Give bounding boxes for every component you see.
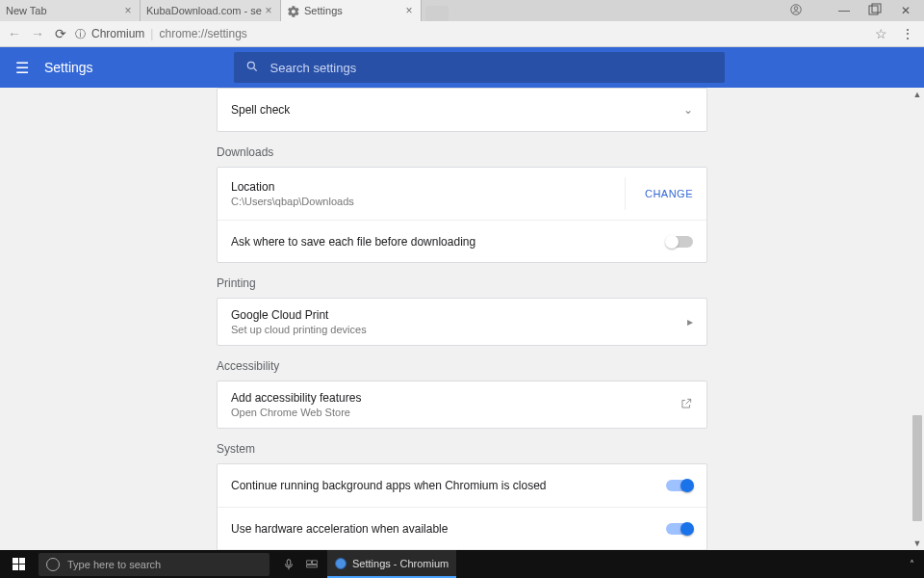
site-info[interactable]: ⓘ Chromium | chrome://settings	[75, 27, 247, 41]
downloads-card: Location C:\Users\qbap\Downloads CHANGE …	[217, 167, 707, 263]
tab-title: Settings	[304, 5, 403, 16]
hardware-accel-toggle[interactable]	[666, 523, 693, 535]
tab-title: KubaDownload.com - se	[146, 5, 263, 16]
system-tray[interactable]: ˄	[900, 550, 924, 578]
kebab-menu-icon[interactable]: ⋮	[901, 26, 914, 41]
section-title-printing: Printing	[217, 276, 707, 290]
cortana-icon	[46, 558, 60, 571]
system-card: Continue running background apps when Ch…	[217, 463, 707, 550]
add-accessibility-label: Add accessibility features	[231, 391, 361, 405]
download-location-row: Location C:\Users\qbap\Downloads CHANGE	[218, 168, 706, 220]
url-text[interactable]: chrome://settings	[159, 27, 246, 40]
scheme-label: Chromium	[91, 27, 144, 40]
tab-kubadownload[interactable]: KubaDownload.com - se ×	[141, 0, 281, 21]
section-title-system: System	[217, 442, 707, 456]
bookmark-star-icon[interactable]: ☆	[875, 26, 887, 41]
close-icon[interactable]: ×	[122, 5, 134, 16]
taskbar-search-placeholder: Type here to search	[67, 559, 161, 570]
svg-rect-8	[313, 560, 318, 564]
settings-search[interactable]	[234, 52, 725, 83]
ask-save-row[interactable]: Ask where to save each file before downl…	[218, 220, 706, 262]
windows-logo-icon	[13, 558, 25, 570]
vertical-scrollbar[interactable]: ▲ ▼	[911, 88, 924, 550]
task-view-icon[interactable]	[300, 550, 323, 578]
start-button[interactable]	[0, 550, 37, 578]
background-apps-toggle[interactable]	[666, 480, 693, 491]
taskbar-app-chromium[interactable]: Settings - Chromium	[327, 550, 456, 578]
svg-point-1	[794, 6, 798, 9]
gcp-sub: Set up cloud printing devices	[231, 324, 367, 335]
close-icon[interactable]: ×	[263, 5, 274, 16]
svg-rect-6	[287, 559, 291, 565]
change-button[interactable]: CHANGE	[645, 188, 693, 199]
external-link-icon	[680, 397, 693, 413]
taskbar-search[interactable]: Type here to search	[38, 553, 270, 576]
accessibility-card: Add accessibility features Open Chrome W…	[217, 381, 707, 429]
taskbar-app-title: Settings - Chromium	[352, 558, 449, 569]
svg-rect-2	[869, 6, 878, 14]
spellcheck-label: Spell check	[231, 103, 290, 117]
location-value: C:\Users\qbap\Downloads	[231, 196, 354, 207]
chevron-down-icon: ⌄	[683, 103, 693, 117]
background-apps-row[interactable]: Continue running background apps when Ch…	[218, 464, 706, 507]
scroll-down-icon[interactable]: ▼	[911, 537, 924, 550]
ask-save-toggle[interactable]	[666, 236, 693, 248]
svg-point-4	[247, 62, 254, 68]
tray-chevron-up-icon[interactable]: ˄	[910, 559, 914, 569]
hardware-accel-label: Use hardware acceleration when available	[231, 522, 448, 536]
scrollbar-thumb[interactable]	[912, 415, 922, 521]
add-accessibility-row[interactable]: Add accessibility features Open Chrome W…	[218, 381, 706, 428]
tab-new-tab[interactable]: New Tab ×	[0, 0, 141, 21]
settings-header: ☰ Settings	[0, 47, 924, 88]
ask-save-label: Ask where to save each file before downl…	[231, 235, 475, 249]
window-close-icon[interactable]: ✕	[899, 4, 912, 17]
window-controls: — ✕	[789, 0, 924, 21]
section-title-accessibility: Accessibility	[217, 359, 707, 373]
hardware-accel-row[interactable]: Use hardware acceleration when available	[218, 507, 706, 549]
account-icon[interactable]	[789, 3, 803, 19]
svg-line-5	[253, 67, 256, 70]
section-title-downloads: Downloads	[217, 145, 707, 159]
google-cloud-print-row[interactable]: Google Cloud Print Set up cloud printing…	[218, 299, 706, 345]
spellcheck-row[interactable]: Spell check ⌄	[218, 89, 706, 131]
mic-icon[interactable]	[277, 550, 300, 578]
svg-rect-9	[307, 565, 318, 566]
location-label: Location	[231, 180, 354, 194]
close-icon[interactable]: ×	[403, 5, 415, 16]
reload-button[interactable]: ⟳	[52, 25, 69, 42]
chromium-icon	[335, 558, 346, 569]
tab-title: New Tab	[6, 5, 122, 16]
info-icon: ⓘ	[75, 27, 86, 41]
minimize-icon[interactable]: —	[837, 4, 851, 17]
page-title: Settings	[44, 60, 93, 75]
spellcheck-card: Spell check ⌄	[217, 88, 707, 132]
search-input[interactable]	[270, 61, 713, 75]
printing-card: Google Cloud Print Set up cloud printing…	[217, 298, 707, 346]
address-bar: ← → ⟳ ⓘ Chromium | chrome://settings ☆ ⋮	[0, 21, 924, 47]
scroll-up-icon[interactable]: ▲	[911, 88, 924, 101]
maximize-icon[interactable]	[868, 3, 882, 19]
back-button[interactable]: ←	[6, 25, 23, 42]
svg-rect-3	[872, 4, 881, 13]
hamburger-icon[interactable]: ☰	[15, 59, 29, 77]
gear-icon	[287, 5, 298, 16]
search-icon	[245, 60, 259, 76]
background-apps-label: Continue running background apps when Ch…	[231, 479, 547, 492]
browser-tab-strip: New Tab × KubaDownload.com - se × Settin…	[0, 0, 924, 21]
add-accessibility-sub: Open Chrome Web Store	[231, 407, 361, 418]
gcp-label: Google Cloud Print	[231, 308, 367, 322]
windows-taskbar: Type here to search Settings - Chromium …	[0, 550, 924, 578]
svg-rect-7	[307, 560, 312, 564]
tab-settings[interactable]: Settings ×	[281, 0, 422, 21]
new-tab-button[interactable]	[425, 6, 449, 21]
chevron-right-icon: ▸	[687, 315, 693, 328]
settings-body: Spell check ⌄ Downloads Location C:\User…	[0, 88, 924, 550]
forward-button[interactable]: →	[29, 25, 46, 42]
